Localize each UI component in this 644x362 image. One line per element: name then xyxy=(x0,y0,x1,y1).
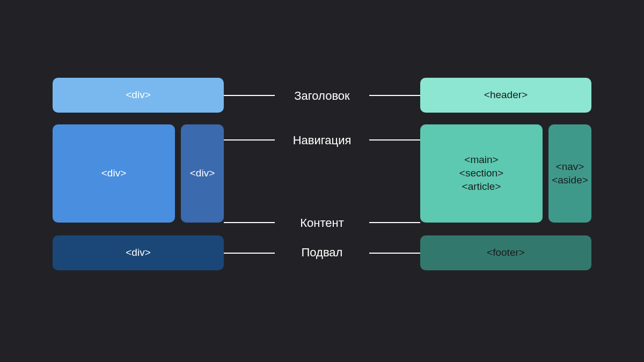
connector-line xyxy=(224,139,275,141)
left-nav-block: <div> xyxy=(181,124,224,223)
connector-line xyxy=(369,222,420,223)
right-nav-label: <nav> <aside> xyxy=(552,160,588,187)
middle-column: Заголовок Навигация Контент Подвал xyxy=(224,78,420,290)
left-footer-block: <div> xyxy=(53,235,224,270)
diagram-stage: <div> <div> <div> <div> Заголовок Навига… xyxy=(53,78,591,290)
right-header-label: <header> xyxy=(484,88,528,102)
connector-line xyxy=(224,95,275,96)
left-nav-label: <div> xyxy=(190,167,215,180)
connector-line xyxy=(369,95,420,96)
left-column: <div> <div> <div> <div> xyxy=(53,78,224,290)
left-header-label: <div> xyxy=(126,88,150,102)
left-main-block: <div> xyxy=(53,124,175,223)
label-content: Контент xyxy=(279,216,365,230)
left-header-block: <div> xyxy=(53,78,224,113)
right-main-label: <main> <section> <article> xyxy=(459,153,503,193)
label-header: Заголовок xyxy=(279,89,365,103)
connector-line xyxy=(224,253,275,254)
right-column: <header> <main> <section> <article> <nav… xyxy=(420,78,591,290)
right-main-block: <main> <section> <article> xyxy=(420,124,543,223)
connector-line xyxy=(224,222,275,223)
right-header-block: <header> xyxy=(420,78,591,113)
label-nav: Навигация xyxy=(279,134,365,147)
right-nav-block: <nav> <aside> xyxy=(548,124,591,223)
left-main-label: <div> xyxy=(101,167,126,180)
connector-line xyxy=(369,139,420,141)
label-footer: Подвал xyxy=(279,246,365,260)
right-footer-label: <footer> xyxy=(487,246,525,260)
left-footer-label: <div> xyxy=(126,246,150,260)
right-footer-block: <footer> xyxy=(420,235,591,270)
connector-line xyxy=(369,253,420,254)
